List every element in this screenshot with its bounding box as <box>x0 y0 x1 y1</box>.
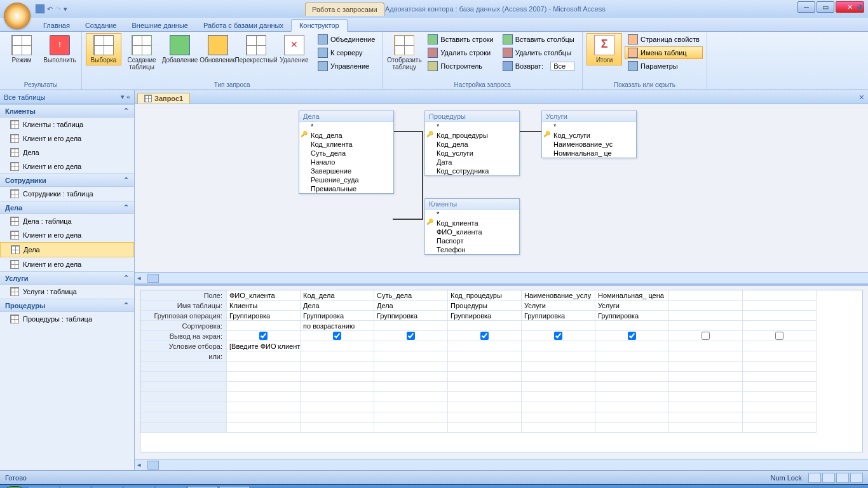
grid-cell[interactable] <box>227 382 301 392</box>
grid-cell[interactable] <box>448 321 522 331</box>
append-button[interactable]: Добавление <box>162 33 198 65</box>
query-canvas[interactable]: Дела * Код_дела Код_клиента Суть_дела На… <box>135 104 868 286</box>
grid-cell[interactable] <box>743 351 817 362</box>
view-pivot[interactable] <box>822 473 835 483</box>
grid-cell[interactable] <box>301 412 374 423</box>
grid-cell[interactable] <box>374 331 448 341</box>
maketable-button[interactable]: Создание таблицы <box>124 33 159 72</box>
grid-cell[interactable] <box>595 351 669 362</box>
grid-cell[interactable] <box>669 351 743 362</box>
tab-home[interactable]: Главная <box>36 20 78 31</box>
datadef-button[interactable]: Управление <box>315 60 378 72</box>
grid-cell[interactable] <box>595 382 669 392</box>
nav-category[interactable]: Процедуры⌃ <box>0 299 134 312</box>
grid-cell[interactable]: Код_дела <box>301 290 374 301</box>
params-button[interactable]: Параметры <box>625 60 703 72</box>
tab-external[interactable]: Внешние данные <box>125 20 196 31</box>
grid-cell[interactable] <box>595 423 669 433</box>
show-checkbox[interactable] <box>702 332 710 340</box>
qat-dropdown-icon[interactable]: ▾ <box>64 5 67 13</box>
show-checkbox[interactable] <box>554 332 562 340</box>
nav-item[interactable]: Сотрудники : таблица <box>0 187 134 201</box>
grid-cell[interactable] <box>669 423 743 433</box>
minimize-button[interactable]: ─ <box>797 1 815 13</box>
tab-dbtools[interactable]: Работа с базами данных <box>196 20 291 31</box>
grid-cell[interactable] <box>374 321 448 331</box>
grid-cell[interactable] <box>743 372 817 382</box>
undo-icon[interactable]: ↶ <box>47 5 53 13</box>
redo-icon[interactable]: ↷ <box>55 5 61 13</box>
grid-cell[interactable] <box>669 372 743 382</box>
grid-cell[interactable] <box>522 412 595 423</box>
help-icon[interactable]: ◕ <box>857 3 863 11</box>
nav-category[interactable]: Дела⌃ <box>0 201 134 214</box>
grid-cell[interactable] <box>743 362 817 372</box>
grid-cell[interactable]: ФИО_клиента <box>227 290 301 301</box>
grid-cell[interactable] <box>669 321 743 331</box>
grid-cell[interactable] <box>448 362 522 372</box>
grid-cell[interactable] <box>227 402 301 412</box>
office-button[interactable] <box>4 3 31 29</box>
view-sql[interactable] <box>836 473 849 483</box>
grid-cell[interactable]: Группировка <box>374 311 448 321</box>
nav-item[interactable]: Дела <box>0 146 134 159</box>
grid-cell[interactable] <box>743 392 817 402</box>
grid-cell[interactable]: Дела <box>301 301 374 311</box>
grid-cell[interactable] <box>743 311 817 321</box>
passthrough-button[interactable]: К серверу <box>315 46 378 59</box>
save-icon[interactable] <box>36 4 44 13</box>
grid-cell[interactable] <box>522 341 595 351</box>
grid-cell[interactable] <box>522 362 595 372</box>
grid-cell[interactable]: по возрастанию <box>301 321 374 331</box>
grid-cell[interactable] <box>374 341 448 351</box>
show-checkbox[interactable] <box>259 332 268 340</box>
design-grid[interactable]: Поле:ФИО_клиентаКод_делаСуть_делаКод_про… <box>140 290 863 452</box>
grid-cell[interactable] <box>227 321 301 331</box>
grid-cell[interactable]: Клиенты <box>227 301 301 311</box>
grid-cell[interactable] <box>669 341 743 351</box>
grid-cell[interactable] <box>522 382 595 392</box>
grid-cell[interactable] <box>374 351 448 362</box>
grid-cell[interactable] <box>448 412 522 423</box>
nav-item[interactable]: Клиент и его дела <box>0 257 134 271</box>
nav-item[interactable]: Клиенты : таблица <box>0 118 134 132</box>
grid-cell[interactable]: Код_процедуры <box>448 290 522 301</box>
grid-cell[interactable] <box>595 402 669 412</box>
grid-hscroll[interactable]: ◂ <box>135 459 868 470</box>
canvas-hscroll[interactable]: ◂ <box>135 272 868 283</box>
grid-cell[interactable] <box>227 423 301 433</box>
grid-cell[interactable] <box>374 362 448 372</box>
grid-cell[interactable] <box>743 321 817 331</box>
grid-cell[interactable] <box>522 402 595 412</box>
grid-cell[interactable] <box>301 372 374 382</box>
grid-cell[interactable] <box>301 351 374 362</box>
grid-cell[interactable] <box>227 392 301 402</box>
grid-cell[interactable] <box>448 372 522 382</box>
nav-category[interactable]: Услуги⌃ <box>0 271 134 285</box>
show-checkbox[interactable] <box>480 332 489 340</box>
grid-cell[interactable] <box>743 423 817 433</box>
grid-cell[interactable] <box>595 412 669 423</box>
builder-button[interactable]: Построитель <box>424 60 496 72</box>
grid-cell[interactable]: Наименование_услу <box>522 290 595 301</box>
grid-cell[interactable]: Суть_дела <box>374 290 448 301</box>
nav-category[interactable]: Клиенты⌃ <box>0 104 134 118</box>
return-combo[interactable]: Все <box>550 62 575 71</box>
nav-item[interactable]: Услуги : таблица <box>0 285 134 299</box>
propsheet-button[interactable]: Страница свойств <box>625 33 703 46</box>
grid-cell[interactable]: Группировка <box>595 311 669 321</box>
grid-cell[interactable] <box>522 372 595 382</box>
table-box-services[interactable]: Услуги * Код_услуги Наименование_ус Номи… <box>541 111 637 158</box>
grid-cell[interactable] <box>669 402 743 412</box>
table-box-procedures[interactable]: Процедуры * Код_процедуры Код_дела Код_у… <box>424 111 520 176</box>
grid-cell[interactable] <box>595 362 669 372</box>
grid-cell[interactable] <box>448 402 522 412</box>
start-button[interactable] <box>3 486 27 489</box>
insert-rows-button[interactable]: Вставить строки <box>424 33 496 46</box>
grid-cell[interactable]: Дела <box>374 301 448 311</box>
delete-cols-button[interactable]: Удалить столбцы <box>499 46 578 59</box>
view-datasheet[interactable] <box>808 473 821 483</box>
grid-cell[interactable] <box>227 362 301 372</box>
grid-cell[interactable] <box>743 341 817 351</box>
grid-cell[interactable] <box>595 372 669 382</box>
